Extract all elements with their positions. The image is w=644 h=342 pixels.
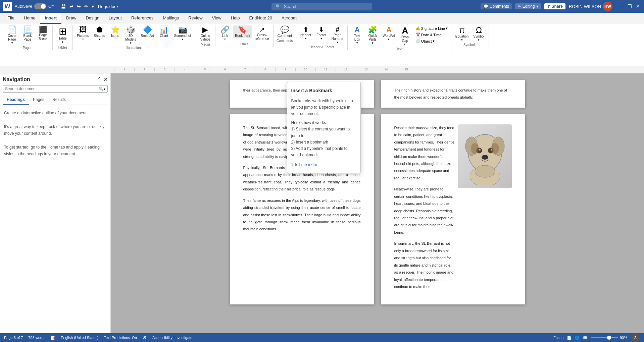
- save-icon[interactable]: 💾: [59, 3, 67, 10]
- page-number-button[interactable]: # PageNumber ▾: [330, 25, 346, 45]
- redo-icon[interactable]: ↪: [76, 3, 82, 10]
- tab-design[interactable]: Design: [81, 13, 104, 24]
- view-icon-web[interactable]: 🌐: [575, 336, 580, 340]
- nav-tab-results[interactable]: Results: [48, 95, 70, 105]
- autosave-toggle[interactable]: [34, 3, 46, 9]
- object-button[interactable]: ⬜ Object ▾: [414, 38, 449, 44]
- screenshot-dropdown[interactable]: ▾: [182, 38, 184, 41]
- view-icon-read[interactable]: 📖: [583, 336, 588, 340]
- symbol-button[interactable]: Ω Symbol ▾: [471, 25, 486, 42]
- tab-view[interactable]: View: [207, 13, 226, 24]
- tooltip-box: Insert a Bookmark Bookmarks work with hy…: [287, 82, 361, 173]
- customize-icon[interactable]: ▾: [90, 3, 95, 10]
- cross-reference-button[interactable]: ↗ Cross-reference: [253, 25, 271, 41]
- chart-button[interactable]: 📊 Chart: [157, 25, 171, 38]
- 3d-models-button[interactable]: 🎲 3DModels ▾: [123, 25, 138, 45]
- tab-draw[interactable]: Draw: [61, 13, 81, 24]
- blank-page-button[interactable]: 📃 BlankPage: [20, 25, 35, 42]
- view-icon-print[interactable]: 📄: [567, 336, 572, 340]
- doc-page-right[interactable]: Despite their massive size, they tend to…: [381, 114, 525, 305]
- wordart-dropdown[interactable]: ▾: [388, 38, 390, 41]
- shapes-dropdown[interactable]: ▾: [99, 38, 100, 41]
- nav-content: Create an interactive outline of your do…: [3, 108, 108, 159]
- doc-area[interactable]: their appearance, their imp… Insert a Bo…: [111, 73, 644, 342]
- text-box-dropdown[interactable]: ▾: [356, 41, 358, 45]
- link-dropdown[interactable]: ▾: [224, 38, 226, 41]
- tooltip-link[interactable]: ℹ Tell me more: [291, 161, 356, 169]
- tab-file[interactable]: File: [3, 13, 19, 24]
- shapes-button[interactable]: ⬟ Shapes ▾: [92, 25, 107, 42]
- drop-cap-dropdown[interactable]: ▾: [404, 43, 406, 46]
- comment-button[interactable]: 💬 Comment: [276, 25, 294, 38]
- tab-review[interactable]: Review: [184, 13, 207, 24]
- zoom-slider[interactable]: [591, 337, 618, 338]
- search-input[interactable]: [284, 4, 364, 9]
- cover-page-dropdown[interactable]: ▾: [11, 41, 13, 45]
- equation-dropdown[interactable]: ▾: [461, 38, 463, 42]
- signature-line-button[interactable]: ✍ Signature Line ▾: [414, 25, 449, 31]
- bookmark-button[interactable]: 🔖 Bookmark: [233, 25, 252, 38]
- tab-help[interactable]: Help: [226, 13, 245, 24]
- tab-insert[interactable]: Insert: [40, 13, 61, 24]
- pictures-dropdown[interactable]: ▾: [82, 38, 84, 41]
- undo-icon[interactable]: ↩: [68, 3, 75, 10]
- cover-page-button[interactable]: 📄 CoverPage ▾: [5, 25, 19, 45]
- file-name[interactable]: Dogs.docx: [98, 4, 118, 9]
- online-videos-button[interactable]: ▶ OnlineVideos: [198, 25, 213, 42]
- nav-close-button[interactable]: ✕: [103, 76, 108, 82]
- smartart-button[interactable]: 🔷 SmartArt: [139, 25, 156, 38]
- 3d-dropdown[interactable]: ▾: [130, 41, 132, 45]
- close-button[interactable]: ✕: [635, 3, 641, 10]
- minimize-button[interactable]: —: [618, 3, 625, 10]
- comments-button[interactable]: 💬 Comments: [481, 3, 512, 9]
- share-button[interactable]: ⇪ Share: [544, 3, 565, 9]
- wordart-button[interactable]: A WordArt ▾: [381, 25, 397, 42]
- nav-collapse-button[interactable]: ⌃: [97, 76, 101, 82]
- pictures-button[interactable]: 🖼 Pictures ▾: [75, 25, 91, 42]
- drop-cap-button[interactable]: A DropCap ▾: [398, 25, 412, 47]
- page-break-button[interactable]: ⬛ PageBreak: [36, 25, 50, 41]
- nav-search-input[interactable]: [5, 87, 99, 91]
- equation-button[interactable]: π Equation ▾: [453, 25, 470, 42]
- nav-tab-headings[interactable]: Headings: [3, 95, 29, 105]
- text-box-button[interactable]: A TextBox ▾: [350, 25, 364, 45]
- nav-search-dropdown[interactable]: ▾: [104, 87, 105, 91]
- icons-button[interactable]: ⭐ Icons: [108, 25, 122, 38]
- quick-parts-dropdown[interactable]: ▾: [372, 41, 374, 45]
- editing-button[interactable]: ✏ Editing ▾: [515, 3, 541, 9]
- ribbon-group-links: 🔗 Link ▾ 🔖 Bookmark ↗ Cross-reference Li…: [215, 25, 273, 47]
- draw-icon[interactable]: ✏: [83, 3, 90, 10]
- search-bar[interactable]: 🔍: [271, 3, 372, 10]
- footer-button[interactable]: ⬇ Footer ▾: [314, 25, 329, 41]
- page-break-icon: ⬛: [39, 26, 47, 33]
- nav-search[interactable]: 🔍 ▾: [3, 85, 108, 93]
- tab-endnote[interactable]: EndNote 20: [244, 13, 277, 24]
- word-count: 798 words: [28, 336, 45, 340]
- upper-left-text: their appearance, their imp…: [243, 88, 291, 92]
- tab-references[interactable]: References: [127, 13, 158, 24]
- tab-mailings[interactable]: Mailings: [158, 13, 184, 24]
- title-bar: W AutoSave Off 💾 ↩ ↪ ✏ ▾ Dogs.docx 🔍 💬 C…: [0, 0, 644, 13]
- header-button[interactable]: ⬆ Header ▾: [298, 25, 313, 41]
- header-dropdown[interactable]: ▾: [305, 37, 307, 40]
- symbol-dropdown[interactable]: ▾: [478, 38, 480, 42]
- table-dropdown[interactable]: ▾: [62, 40, 63, 44]
- page-number-dropdown[interactable]: ▾: [337, 41, 338, 44]
- date-time-button[interactable]: 📅 Date & Time: [414, 32, 449, 38]
- object-dropdown[interactable]: ▾: [433, 39, 435, 43]
- restore-button[interactable]: ❐: [627, 3, 633, 10]
- doc-pages-main: The St. Bernard breed, with its imposing…: [230, 114, 525, 305]
- tab-layout[interactable]: Layout: [104, 13, 127, 24]
- screenshot-button[interactable]: 📷 Screenshot ▾: [172, 25, 193, 42]
- tab-acrobat[interactable]: Acrobat: [277, 13, 301, 24]
- nav-tab-pages[interactable]: Pages: [29, 95, 48, 105]
- user-avatar[interactable]: RW: [603, 2, 612, 11]
- quick-parts-button[interactable]: 🧩 QuickParts ▾: [365, 25, 380, 45]
- table-label: Table: [59, 37, 67, 40]
- tab-home[interactable]: Home: [19, 13, 40, 24]
- table-button[interactable]: ⊞ Table ▾: [55, 25, 70, 45]
- sig-dropdown[interactable]: ▾: [446, 26, 448, 31]
- footer-dropdown[interactable]: ▾: [320, 37, 322, 40]
- link-button[interactable]: 🔗 Link ▾: [217, 25, 232, 42]
- focus-label[interactable]: Focus: [553, 336, 563, 340]
